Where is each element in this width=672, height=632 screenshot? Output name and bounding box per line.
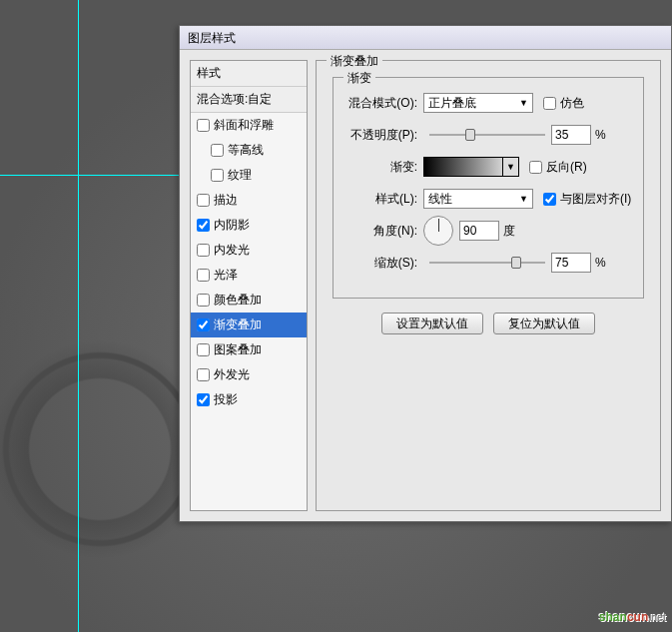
style-checkbox[interactable] <box>211 144 224 157</box>
angle-label: 角度(N): <box>343 223 423 240</box>
guide-horizontal <box>0 175 180 176</box>
opacity-slider[interactable] <box>429 128 545 142</box>
style-item-9[interactable]: 图案叠加 <box>191 337 307 362</box>
dither-checkbox[interactable] <box>543 97 556 110</box>
blend-mode-select[interactable]: 正片叠底 ▼ <box>423 93 533 113</box>
dialog-title: 图层样式 <box>188 31 236 45</box>
style-item-6[interactable]: 光泽 <box>191 263 307 288</box>
scale-unit: % <box>595 256 606 270</box>
set-default-button[interactable]: 设置为默认值 <box>381 313 483 334</box>
style-checkbox[interactable] <box>197 244 210 257</box>
reverse-checkbox-wrap[interactable]: 反向(R) <box>529 159 587 176</box>
dither-label: 仿色 <box>560 95 584 112</box>
style-checkbox[interactable] <box>197 294 210 307</box>
style-item-label: 内发光 <box>214 242 250 259</box>
style-checkbox[interactable] <box>197 269 210 282</box>
gradient-group: 渐变 混合模式(O): 正片叠底 ▼ 仿色 不透明度(P): <box>333 77 644 299</box>
gradient-label: 渐变: <box>343 159 423 176</box>
style-item-label: 光泽 <box>214 267 238 284</box>
reverse-checkbox[interactable] <box>529 161 542 174</box>
angle-input[interactable]: 90 <box>459 221 499 241</box>
style-item-label: 投影 <box>214 391 238 408</box>
style-item-2[interactable]: 纹理 <box>191 163 307 188</box>
style-item-10[interactable]: 外发光 <box>191 362 307 387</box>
style-item-label: 颜色叠加 <box>214 292 262 309</box>
scale-label: 缩放(S): <box>343 255 423 272</box>
style-item-label: 图案叠加 <box>214 341 262 358</box>
style-checkbox[interactable] <box>197 343 210 356</box>
style-label: 样式(L): <box>343 191 423 208</box>
style-checkbox[interactable] <box>197 318 210 331</box>
chevron-down-icon: ▼ <box>519 194 528 204</box>
style-checkbox[interactable] <box>211 169 224 182</box>
style-item-label: 外发光 <box>214 366 250 383</box>
gradient-picker[interactable]: ▼ <box>423 157 519 177</box>
style-item-1[interactable]: 等高线 <box>191 138 307 163</box>
style-checkbox[interactable] <box>197 219 210 232</box>
watermark: shancun.net <box>599 605 666 626</box>
angle-dial[interactable] <box>423 216 453 246</box>
gradient-dropdown-icon[interactable]: ▼ <box>502 158 518 176</box>
style-item-4[interactable]: 内阴影 <box>191 213 307 238</box>
styles-header[interactable]: 样式 <box>191 61 307 87</box>
reset-default-button[interactable]: 复位为默认值 <box>493 313 595 334</box>
guide-vertical <box>78 0 79 632</box>
blend-mode-value: 正片叠底 <box>428 95 476 112</box>
style-item-8[interactable]: 渐变叠加 <box>191 313 307 337</box>
blend-mode-label: 混合模式(O): <box>343 95 423 112</box>
style-checkbox[interactable] <box>197 194 210 207</box>
style-select[interactable]: 线性 ▼ <box>423 189 533 209</box>
style-item-label: 内阴影 <box>214 217 250 234</box>
style-value: 线性 <box>428 191 452 208</box>
options-panel: 渐变叠加 渐变 混合模式(O): 正片叠底 ▼ 仿色 不透明度(P): <box>316 60 661 511</box>
reverse-label: 反向(R) <box>546 159 587 176</box>
style-item-label: 等高线 <box>228 142 264 159</box>
chevron-down-icon: ▼ <box>519 98 528 108</box>
opacity-input[interactable]: 35 <box>551 125 591 145</box>
blend-options-item[interactable]: 混合选项:自定 <box>191 87 307 113</box>
style-item-0[interactable]: 斜面和浮雕 <box>191 113 307 138</box>
dither-checkbox-wrap[interactable]: 仿色 <box>543 95 584 112</box>
style-checkbox[interactable] <box>197 119 210 132</box>
angle-unit: 度 <box>503 223 515 240</box>
style-item-3[interactable]: 描边 <box>191 188 307 213</box>
align-label: 与图层对齐(I) <box>560 191 631 208</box>
panel-title: 渐变叠加 <box>327 53 382 70</box>
group-legend: 渐变 <box>343 70 375 87</box>
scale-slider[interactable] <box>429 256 545 270</box>
style-item-5[interactable]: 内发光 <box>191 238 307 263</box>
opacity-label: 不透明度(P): <box>343 127 423 144</box>
style-item-label: 描边 <box>214 192 238 209</box>
opacity-unit: % <box>595 128 606 142</box>
scale-input[interactable]: 75 <box>551 253 591 273</box>
layer-style-dialog: 图层样式 样式 混合选项:自定 斜面和浮雕等高线纹理描边内阴影内发光光泽颜色叠加… <box>179 25 672 522</box>
style-checkbox[interactable] <box>197 368 210 381</box>
style-item-label: 斜面和浮雕 <box>214 117 274 134</box>
style-item-label: 渐变叠加 <box>214 316 262 333</box>
align-checkbox[interactable] <box>543 193 556 206</box>
style-item-11[interactable]: 投影 <box>191 387 307 412</box>
styles-list-panel: 样式 混合选项:自定 斜面和浮雕等高线纹理描边内阴影内发光光泽颜色叠加渐变叠加图… <box>190 60 308 511</box>
style-item-7[interactable]: 颜色叠加 <box>191 288 307 313</box>
style-checkbox[interactable] <box>197 393 210 406</box>
style-item-label: 纹理 <box>228 167 252 184</box>
dialog-titlebar[interactable]: 图层样式 <box>180 26 671 50</box>
align-checkbox-wrap[interactable]: 与图层对齐(I) <box>543 191 631 208</box>
